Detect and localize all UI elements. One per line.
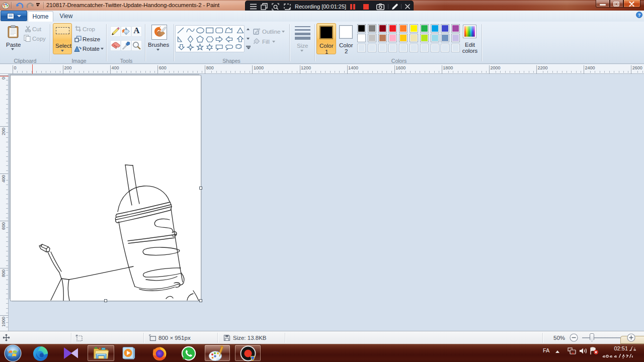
svg-text:?: ? xyxy=(638,13,641,18)
